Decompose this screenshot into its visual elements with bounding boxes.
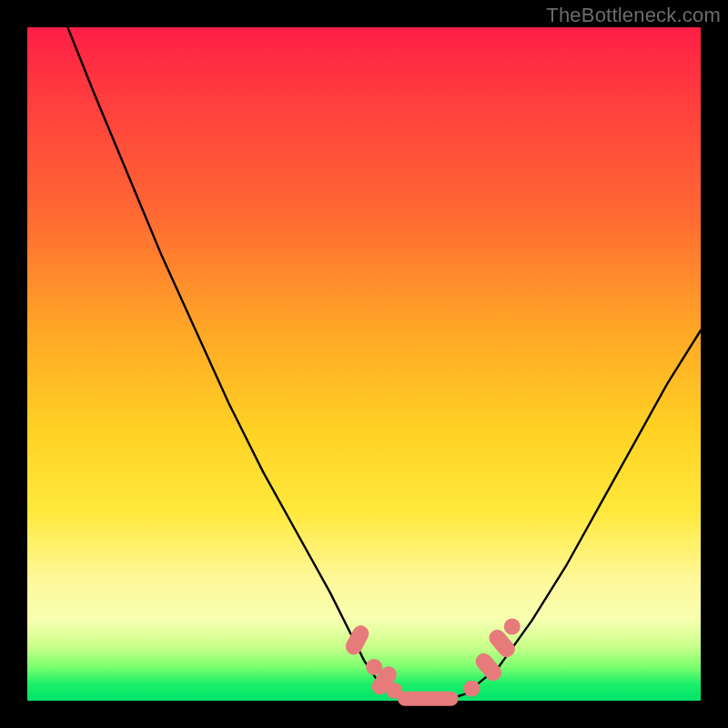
right-dot (463, 681, 480, 697)
bottleneck-curve (67, 27, 701, 701)
watermark-text: TheBottleneck.com (546, 4, 721, 27)
plot-area (27, 27, 701, 701)
markers-group (343, 619, 521, 706)
chart-svg (27, 27, 701, 701)
chart-frame: TheBottleneck.com (0, 0, 728, 728)
right-cluster-3 (504, 619, 521, 635)
floor-bar (398, 692, 459, 706)
